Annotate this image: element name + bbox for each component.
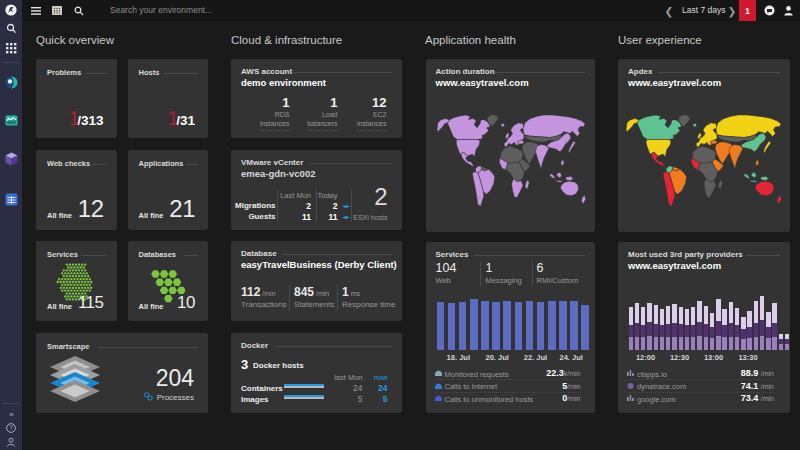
map-region-madagascar: [718, 180, 723, 190]
hexagon: [72, 292, 75, 294]
card-providers[interactable]: Most used 3rd party providers www.easytr…: [618, 242, 790, 413]
card-action-duration[interactable]: Action duration www.easytravel.com: [426, 59, 595, 232]
chat-icon[interactable]: [762, 0, 776, 21]
column-title-quick-overview: Quick overview: [36, 34, 114, 46]
map-region-nz: [581, 195, 585, 203]
bar-segment: [747, 338, 751, 350]
apdex-subtitle[interactable]: www.easytravel.com: [628, 77, 721, 88]
tile-smartscape[interactable]: Smartscape 204 Processes: [36, 333, 208, 413]
sidebar-user-icon[interactable]: [0, 436, 22, 448]
time-next-icon[interactable]: ❯: [727, 0, 737, 21]
tile-databases[interactable]: Databases All fine 10: [128, 241, 209, 321]
vmware-guests-last: 11: [302, 212, 311, 222]
bar-segment: [629, 325, 633, 337]
tile-applications[interactable]: Applications All fine 21: [128, 150, 209, 230]
hexagon: [88, 278, 91, 280]
card-vmware[interactable]: VMware vCenter emea-gdn-vc002 Last Mon T…: [231, 150, 402, 230]
tile-hosts[interactable]: Hosts 1/31: [128, 59, 209, 138]
search-input[interactable]: Search your environment...: [110, 0, 212, 21]
tile-databases-label: Databases: [139, 250, 177, 259]
hexagon: [76, 266, 79, 268]
bar: [470, 299, 478, 351]
tile-problems[interactable]: Problems 1/313: [36, 59, 117, 138]
card-apdex[interactable]: Apdex www.easytravel.com: [618, 59, 790, 232]
user-avatar-icon[interactable]: [781, 0, 795, 21]
bar-segment: [691, 337, 695, 350]
tile-services[interactable]: Services All fine 115: [36, 241, 117, 321]
docker-images-now: 5: [383, 394, 388, 404]
card-aws[interactable]: AWS account demo environment 1 RDSinstan…: [231, 59, 402, 138]
sidebar-cube-icon[interactable]: [0, 151, 22, 166]
vmware-guests-today: 11: [329, 212, 338, 222]
card-ruler: [309, 163, 392, 164]
bar-segment: [654, 324, 658, 337]
map-region-africa_south: [511, 179, 522, 198]
card-docker[interactable]: Docker 3 Docker hosts last Mon now Conta…: [231, 333, 402, 413]
map-region-indonesia: [549, 172, 572, 182]
sidebar-data-table-icon[interactable]: [0, 192, 22, 206]
card-database[interactable]: Database easyTravelBusiness (Derby Clien…: [231, 241, 402, 321]
sidebar-search-icon[interactable]: [0, 21, 22, 35]
action-duration-subtitle[interactable]: www.easytravel.com: [436, 77, 529, 88]
bar-segment: [672, 337, 676, 350]
hexagon: [84, 275, 87, 277]
bar-segment: [766, 338, 770, 350]
calls-unmonitored-value: 0/min: [562, 393, 580, 403]
card-services-chart[interactable]: Services 104 Web 1 Messaging 6 RMI/Custo…: [426, 242, 595, 413]
trend-dash-icon: [342, 216, 350, 219]
hexagon: [66, 287, 69, 289]
bar-segment: [704, 306, 708, 324]
hexagon: [84, 287, 87, 289]
hexagon: [75, 287, 78, 289]
bar-segment: [729, 323, 733, 337]
sidebar-apps-grid-icon[interactable]: [0, 41, 22, 55]
bar-segment: [654, 305, 658, 324]
map-region-philippines: [560, 160, 563, 166]
hexagon: [159, 270, 168, 277]
dynatrace-logo-icon[interactable]: [0, 3, 22, 17]
sidebar-dashboard-chart-icon[interactable]: [0, 113, 22, 127]
sidebar-expand-icon[interactable]: »: [0, 408, 22, 420]
monitored-requests-value: 22.3k/min: [546, 368, 580, 378]
tile-ruler: [164, 73, 199, 74]
bar-segment: [716, 299, 720, 321]
bar-segment: [691, 325, 695, 337]
providers-subtitle[interactable]: www.easytravel.com: [628, 260, 721, 271]
bar-segment: [679, 337, 683, 350]
sidebar-help-icon[interactable]: ?: [0, 422, 22, 434]
tile-web-checks[interactable]: Web checks All fine 12: [36, 150, 117, 230]
docker-hosts-label: Docker hosts: [253, 361, 304, 370]
db-response-value: 1 ms: [342, 285, 360, 299]
bar: [548, 301, 556, 351]
column-title-user-experience: User experience: [618, 34, 702, 46]
time-prev-icon[interactable]: ❮: [664, 0, 674, 21]
hexagon: [88, 284, 91, 286]
problems-badge[interactable]: 1: [739, 0, 756, 21]
card-ruler: [494, 72, 585, 73]
cfapps-label: cfapps.io: [637, 370, 667, 379]
web-checks-status: All fine: [47, 211, 72, 220]
search-icon[interactable]: [72, 0, 86, 21]
tile-hosts-label: Hosts: [139, 68, 160, 77]
x-axis-label: 20. Jul: [486, 353, 509, 362]
hexagon: [67, 272, 70, 274]
hexagon: [63, 275, 66, 277]
hosts-problem-count: 1: [168, 106, 177, 130]
hexagon: [87, 281, 90, 283]
dynatrace-com-value: 74.1 /min: [741, 381, 774, 391]
menu-hamburger-icon[interactable]: [29, 0, 43, 21]
services-separator: [532, 262, 533, 286]
vmware-subtitle[interactable]: emea-gdn-vc002: [241, 168, 315, 179]
sidebar-globe-monitor-icon[interactable]: [0, 75, 22, 89]
docker-col-now: now: [374, 373, 388, 382]
vmware-separator: [277, 190, 278, 222]
apps-keypad-icon[interactable]: [50, 0, 64, 21]
bar-segment: [785, 339, 789, 344]
time-selector[interactable]: Last 7 days: [682, 0, 725, 21]
aws-subtitle[interactable]: demo environment: [241, 77, 326, 88]
services-web-value: 104: [436, 261, 457, 275]
bar-segment: [635, 323, 639, 337]
database-subtitle[interactable]: easyTravelBusiness (Derby Client): [241, 259, 397, 270]
services-web-label: Web: [436, 276, 451, 285]
bar-segment: [647, 303, 651, 322]
